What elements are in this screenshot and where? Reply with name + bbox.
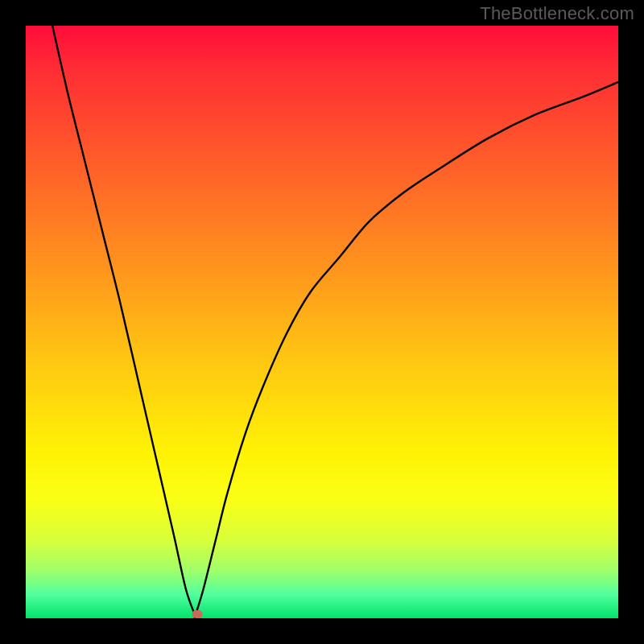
- bottleneck-curve: [26, 26, 618, 618]
- watermark-text: TheBottleneck.com: [480, 3, 634, 24]
- plot-area: [26, 26, 618, 618]
- minimum-marker: [192, 610, 202, 618]
